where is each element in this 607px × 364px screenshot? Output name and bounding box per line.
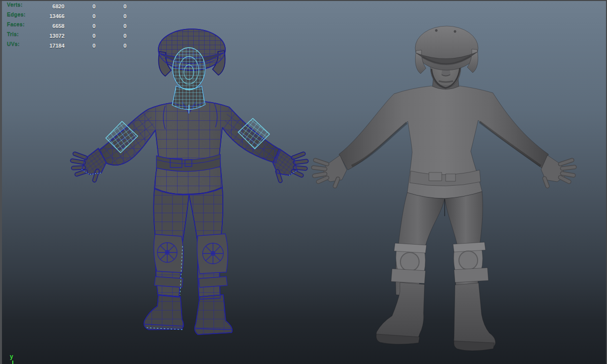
hud-row-uvs: UVs: 17184 0 0	[0, 40, 143, 50]
hud-value: 0	[123, 43, 126, 49]
wireframe-model[interactable]	[69, 27, 310, 341]
hud-value: 0	[123, 33, 126, 39]
hud-value: 6658	[53, 23, 64, 29]
maya-viewport[interactable]: Verts: 6820 0 0 Edges: 13466 0 0 Faces: …	[0, 0, 607, 364]
shaded-model[interactable]	[307, 24, 585, 354]
poly-count-hud: Verts: 6820 0 0 Edges: 13466 0 0 Faces: …	[0, 0, 143, 50]
hud-value: 13072	[49, 33, 64, 39]
hud-value: 0	[92, 33, 95, 39]
viewport-border-left	[0, 0, 2, 364]
hud-label: Tris:	[7, 31, 19, 37]
hud-value: 17184	[49, 43, 64, 49]
hud-value: 6820	[53, 3, 64, 9]
hud-label: Faces:	[7, 21, 25, 27]
hud-value: 0	[123, 23, 126, 29]
hud-value: 0	[123, 13, 126, 19]
y-axis-indicator	[12, 361, 13, 364]
shaded-helmet	[415, 26, 478, 74]
hud-value: 0	[92, 3, 95, 9]
hud-row-faces: Faces: 6658 0 0	[0, 20, 143, 30]
hud-value: 13466	[49, 13, 64, 19]
hud-row-tris: Tris: 13072 0 0	[0, 30, 143, 40]
hud-value: 0	[92, 43, 95, 49]
shaded-knee-pads	[391, 242, 488, 283]
hud-label: Verts:	[7, 1, 23, 7]
hud-value: 0	[92, 13, 95, 19]
hud-label: Edges:	[7, 11, 26, 17]
y-axis-label: y	[10, 353, 13, 360]
hud-value: 0	[92, 23, 95, 29]
hud-row-edges: Edges: 13466 0 0	[0, 10, 143, 20]
hud-row-verts: Verts: 6820 0 0	[0, 0, 143, 10]
hud-value: 0	[123, 3, 126, 9]
hud-label: UVs:	[7, 41, 20, 47]
shaded-boots	[376, 282, 496, 351]
